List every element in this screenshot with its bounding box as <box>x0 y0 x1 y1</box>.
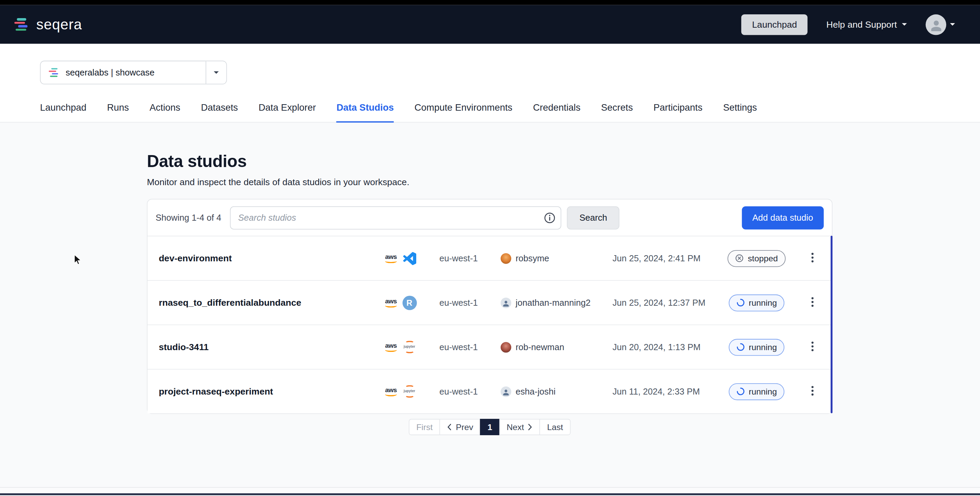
studio-date: Jun 11, 2024, 2:33 PM <box>612 386 721 396</box>
seqera-workspace-icon <box>49 68 60 77</box>
studio-row[interactable]: rnaseq_to_differentialabundance aws R ju… <box>148 280 832 325</box>
kebab-icon <box>811 341 813 351</box>
studio-date: Jun 20, 2024, 1:13 PM <box>612 342 721 352</box>
chevron-down-icon <box>902 23 907 26</box>
workspace-bar: seqeralabs | showcase <box>0 44 980 85</box>
launchpad-button[interactable]: Launchpad <box>741 14 808 35</box>
studio-date: Jun 25, 2024, 2:41 PM <box>612 253 721 263</box>
pagination-next-button[interactable]: Next <box>499 419 540 435</box>
studio-name-link[interactable]: rnaseq_to_differentialabundance <box>148 298 385 308</box>
workspace-selector[interactable]: seqeralabs | showcase <box>40 61 227 85</box>
window-bottom-edge <box>0 493 980 495</box>
rstudio-icon: R <box>402 295 417 310</box>
pagination-last-button[interactable]: Last <box>539 419 571 435</box>
studios-table-body: dev-environment aws R jupyter eu-west-1 … <box>148 236 832 413</box>
studio-region: eu-west-1 <box>439 298 501 308</box>
studio-user: jonathan-manning2 <box>515 298 590 308</box>
spinner-icon <box>736 298 745 307</box>
chevron-down-icon <box>950 23 955 26</box>
info-icon <box>543 211 556 224</box>
studio-row[interactable]: dev-environment aws R jupyter eu-west-1 … <box>148 236 832 280</box>
studio-row[interactable]: project-rnaseq-experiment aws R jupyter … <box>148 369 832 413</box>
tab-credentials[interactable]: Credentials <box>533 102 581 122</box>
tab-secrets[interactable]: Secrets <box>601 102 633 122</box>
brand-wordmark: seqera <box>36 16 82 33</box>
user-avatar <box>926 14 946 35</box>
status-label: running <box>749 387 777 396</box>
seqera-logo-icon <box>14 18 30 31</box>
status-label: running <box>749 342 777 351</box>
person-icon <box>503 389 509 396</box>
studio-user: rob-newman <box>515 342 564 352</box>
footer-divider <box>0 487 980 493</box>
tab-actions[interactable]: Actions <box>150 102 180 122</box>
main-content: Data studios Monitor and inspect the det… <box>0 123 980 487</box>
person-icon <box>930 19 942 32</box>
tab-data-explorer[interactable]: Data Explorer <box>258 102 316 122</box>
chevron-down-icon <box>214 72 219 74</box>
status-badge: running <box>729 338 784 355</box>
row-menu-button[interactable] <box>805 338 819 356</box>
page-subtitle: Monitor and inspect the details of data … <box>147 177 980 187</box>
user-menu[interactable] <box>926 14 955 35</box>
person-icon <box>503 300 509 307</box>
navbar-actions: Launchpad Help and Support <box>741 14 955 35</box>
workspace-tabs: LaunchpadRunsActionsDatasetsData Explore… <box>0 102 980 122</box>
row-menu-button[interactable] <box>805 293 819 311</box>
studio-date: Jun 25, 2024, 12:37 PM <box>612 298 721 308</box>
status-badge: stopped <box>728 250 785 266</box>
add-data-studio-button[interactable]: Add data studio <box>742 206 824 229</box>
page-title: Data studios <box>147 123 980 171</box>
studio-row[interactable]: studio-3411 aws R jupyter eu-west-1 rob-… <box>148 325 832 369</box>
studio-name-link[interactable]: project-rnaseq-experiment <box>148 386 385 396</box>
top-navbar: seqera Launchpad Help and Support <box>0 5 980 44</box>
tab-data-studios[interactable]: Data Studios <box>336 102 394 122</box>
user-avatar <box>501 341 511 352</box>
user-avatar <box>501 386 511 397</box>
table-toolbar: Showing 1-4 of 4 Search Add data studio <box>148 199 832 236</box>
tab-participants[interactable]: Participants <box>654 102 702 122</box>
search-info-button[interactable] <box>543 211 556 224</box>
search-input[interactable] <box>230 206 562 229</box>
help-and-support-menu[interactable]: Help and Support <box>826 19 907 29</box>
jupyter-icon: jupyter <box>404 341 415 354</box>
aws-icon: aws <box>385 254 397 263</box>
tab-launchpad[interactable]: Launchpad <box>40 102 86 122</box>
spinner-icon <box>736 343 745 351</box>
spinner-icon <box>736 387 745 396</box>
seqera-logo[interactable]: seqera <box>14 16 82 33</box>
table-scrollbar[interactable] <box>830 236 832 413</box>
search-field-wrap <box>230 206 562 229</box>
row-menu-button[interactable] <box>805 382 819 400</box>
tab-datasets[interactable]: Datasets <box>201 102 238 122</box>
search-button[interactable]: Search <box>567 206 619 229</box>
pagination-first-button: First <box>409 419 440 435</box>
pagination-current-page[interactable]: 1 <box>480 419 500 435</box>
kebab-icon <box>811 252 813 262</box>
tab-compute-environments[interactable]: Compute Environments <box>415 102 512 122</box>
kebab-icon <box>811 385 813 395</box>
screen: seqera Launchpad Help and Support seqera <box>0 0 980 496</box>
row-menu-button[interactable] <box>805 249 819 267</box>
chevron-right-icon <box>528 423 533 431</box>
kebab-icon <box>811 297 813 307</box>
status-badge: running <box>729 294 784 311</box>
tab-settings[interactable]: Settings <box>723 102 757 122</box>
window-top-edge <box>0 0 980 5</box>
jupyter-icon: jupyter <box>404 385 415 398</box>
studio-region: eu-west-1 <box>439 342 501 352</box>
tab-runs[interactable]: Runs <box>107 102 129 122</box>
user-avatar <box>501 297 511 308</box>
studio-name-link[interactable]: dev-environment <box>148 253 385 263</box>
studio-user: robsyme <box>515 253 549 263</box>
aws-icon: aws <box>385 387 397 396</box>
studio-user: esha-joshi <box>515 386 555 396</box>
aws-icon: aws <box>385 342 397 352</box>
pagination-prev-button[interactable]: Prev <box>439 419 480 435</box>
status-label: running <box>749 298 777 307</box>
user-avatar <box>501 253 511 263</box>
status-badge: running <box>729 383 784 400</box>
showing-count: Showing 1-4 of 4 <box>156 212 221 222</box>
studio-name-link[interactable]: studio-3411 <box>148 342 385 352</box>
workspace-dropdown-button[interactable] <box>205 61 226 84</box>
